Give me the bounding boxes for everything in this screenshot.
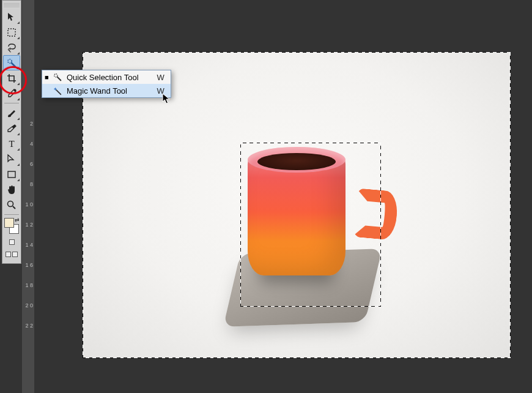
marquee-tool[interactable] xyxy=(3,24,20,40)
marquee-icon xyxy=(7,28,17,37)
swap-colors-icon[interactable]: ⇄ xyxy=(15,217,20,223)
svg-rect-5 xyxy=(8,171,15,178)
eyedropper-icon xyxy=(6,88,17,99)
quick-selection-icon xyxy=(6,58,17,69)
svg-point-7 xyxy=(54,74,57,77)
flyout-item-quick-selection[interactable]: ■ Quick Selection Tool W xyxy=(42,70,171,84)
path-tool[interactable] xyxy=(3,151,20,167)
ruler-tick: 2 xyxy=(23,121,33,127)
flyout-item-magic-wand[interactable]: Magic Wand Tool W xyxy=(42,84,171,97)
lasso-tool[interactable] xyxy=(3,40,20,55)
ruler-tick: 1 6 xyxy=(23,262,33,268)
foreground-swatch[interactable] xyxy=(4,218,14,228)
flyout-item-shortcut: W xyxy=(157,86,164,95)
svg-text:T: T xyxy=(9,139,14,149)
selection-tool-flyout: ■ Quick Selection Tool W Magic Wand Tool… xyxy=(42,70,171,98)
vertical-ruler: 2 4 6 8 1 0 1 2 1 4 1 6 1 8 2 0 2 2 xyxy=(22,0,34,393)
quick-selection-tool[interactable] xyxy=(3,55,20,70)
hand-icon xyxy=(6,184,17,195)
ruler-tick: 6 xyxy=(23,161,33,167)
type-tool[interactable]: T xyxy=(3,136,20,151)
color-swatches[interactable]: ⇄ xyxy=(3,217,20,235)
eraser-icon xyxy=(6,123,17,134)
tool-separator xyxy=(4,103,19,103)
ruler-tick: 1 8 xyxy=(23,282,33,288)
ruler-tick: 8 xyxy=(23,181,33,187)
shape-icon xyxy=(6,169,17,180)
brush-icon xyxy=(6,108,17,119)
document-canvas[interactable] xyxy=(83,52,511,358)
eyedropper-tool[interactable] xyxy=(3,86,20,101)
tool-separator xyxy=(4,214,19,215)
selected-dot-icon: ■ xyxy=(45,73,48,81)
lasso-icon xyxy=(6,42,17,53)
ruler-tick: 1 4 xyxy=(23,242,33,248)
magic-wand-icon xyxy=(52,85,63,96)
quick-mask-toggle[interactable] xyxy=(4,236,19,247)
screen-mode-toggle[interactable] xyxy=(4,249,19,260)
svg-rect-0 xyxy=(8,29,15,36)
move-tool[interactable] xyxy=(3,9,20,24)
tools-panel: T ⇄ xyxy=(2,0,21,264)
hand-tool[interactable] xyxy=(3,182,20,197)
svg-point-6 xyxy=(8,201,13,206)
ruler-tick: 1 0 xyxy=(23,201,33,208)
move-icon xyxy=(6,12,17,23)
path-icon xyxy=(6,154,17,165)
crop-icon xyxy=(6,73,17,84)
cup-shape xyxy=(248,147,370,288)
zoom-icon xyxy=(6,200,17,211)
flyout-item-shortcut: W xyxy=(157,73,164,82)
flyout-item-label: Magic Wand Tool xyxy=(67,86,153,95)
ruler-tick: 2 0 xyxy=(23,302,33,309)
ruler-tick: 4 xyxy=(23,141,33,147)
ruler-tick: 1 2 xyxy=(23,222,33,228)
brush-tool[interactable] xyxy=(3,105,20,121)
ruler-tick: 2 2 xyxy=(23,323,33,329)
crop-tool[interactable] xyxy=(3,70,20,86)
shape-tool[interactable] xyxy=(3,167,20,182)
flyout-item-label: Quick Selection Tool xyxy=(67,73,153,82)
type-icon: T xyxy=(6,138,17,149)
zoom-tool[interactable] xyxy=(3,197,20,212)
svg-point-3 xyxy=(14,89,17,91)
quick-selection-icon xyxy=(52,72,63,83)
panel-grip[interactable] xyxy=(4,3,20,8)
eraser-tool[interactable] xyxy=(3,121,20,136)
